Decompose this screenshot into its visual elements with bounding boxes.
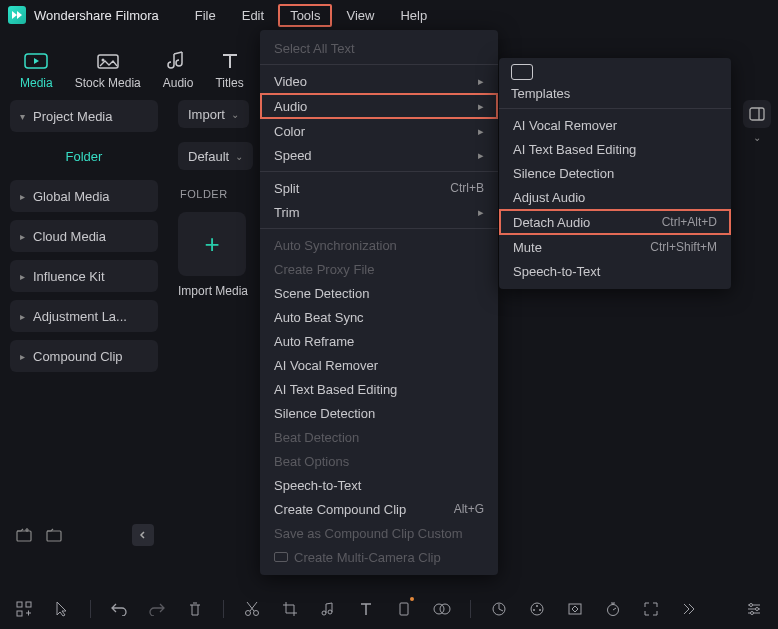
settings-icon[interactable] (744, 599, 764, 619)
menu-tools[interactable]: Tools (278, 4, 332, 27)
dropdown-label: Import (188, 107, 225, 122)
apps-icon[interactable] (14, 599, 34, 619)
svg-rect-10 (17, 611, 22, 616)
submenu-arrow-icon: ▸ (478, 125, 484, 138)
svg-point-25 (750, 604, 753, 607)
mi-audio[interactable]: Audio▸ (260, 93, 498, 119)
mi-speed[interactable]: Speed▸ (260, 143, 498, 167)
sidebar-label: Folder (66, 149, 103, 164)
mi-create-compound[interactable]: Create Compound ClipAlt+G (260, 497, 498, 521)
mi-beat-detection: Beat Detection (260, 425, 498, 449)
mi-silence-detection[interactable]: Silence Detection (260, 401, 498, 425)
svg-point-21 (533, 609, 535, 611)
tools-menu: Select All Text Video▸ Audio▸ Color▸ Spe… (260, 30, 498, 575)
sidebar-folder[interactable]: Folder (10, 140, 158, 172)
smi-silence-detection[interactable]: Silence Detection (499, 161, 731, 185)
mi-auto-beat-sync[interactable]: Auto Beat Sync (260, 305, 498, 329)
tab-audio[interactable]: Audio (163, 50, 194, 90)
caret-right-icon: ▸ (20, 271, 25, 282)
svg-rect-5 (47, 531, 61, 541)
svg-point-11 (246, 611, 251, 616)
music-icon[interactable] (318, 599, 338, 619)
sidebar-label: Cloud Media (33, 229, 106, 244)
svg-rect-4 (17, 531, 31, 541)
mi-multicam: Create Multi-Camera Clip (260, 545, 498, 569)
svg-point-19 (531, 603, 543, 615)
sidebar-adjustment-layer[interactable]: ▸Adjustment La... (10, 300, 158, 332)
tab-label: Media (20, 76, 53, 90)
cursor-icon[interactable] (52, 599, 72, 619)
svg-rect-6 (750, 108, 764, 120)
mi-split[interactable]: SplitCtrl+B (260, 176, 498, 200)
svg-point-12 (254, 611, 259, 616)
menu-view[interactable]: View (334, 4, 386, 27)
svg-point-14 (328, 610, 332, 614)
delete-icon[interactable] (185, 599, 205, 619)
plus-icon: + (204, 229, 219, 260)
expand-icon[interactable] (641, 599, 661, 619)
smi-detach-audio[interactable]: Detach AudioCtrl+Alt+D (499, 209, 731, 235)
svg-rect-15 (400, 603, 408, 615)
dropdown-label: Default (188, 149, 229, 164)
mi-select-all-text: Select All Text (260, 36, 498, 60)
caret-down-icon: ⌄ (753, 132, 761, 143)
smi-adjust-audio[interactable]: Adjust Audio (499, 185, 731, 209)
svg-point-20 (536, 605, 538, 607)
marker-icon[interactable] (394, 599, 414, 619)
mi-video[interactable]: Video▸ (260, 69, 498, 93)
tab-stock-media[interactable]: Stock Media (75, 50, 141, 90)
undo-icon[interactable] (109, 599, 129, 619)
redo-icon[interactable] (147, 599, 167, 619)
menu-edit[interactable]: Edit (230, 4, 276, 27)
mi-color[interactable]: Color▸ (260, 119, 498, 143)
sidebar-compound-clip[interactable]: ▸Compound Clip (10, 340, 158, 372)
sidebar-cloud-media[interactable]: ▸Cloud Media (10, 220, 158, 252)
tab-titles[interactable]: Titles (215, 50, 243, 90)
mi-ai-vocal-remover[interactable]: AI Vocal Remover (260, 353, 498, 377)
submenu-arrow-icon: ▸ (478, 75, 484, 88)
sort-dropdown[interactable]: Default⌄ (178, 142, 253, 170)
render-icon[interactable] (679, 599, 699, 619)
import-dropdown[interactable]: Import⌄ (178, 100, 249, 128)
menu-help[interactable]: Help (388, 4, 439, 27)
mi-speech-to-text[interactable]: Speech-to-Text (260, 473, 498, 497)
caret-down-icon: ⌄ (235, 151, 243, 162)
submenu-arrow-icon: ▸ (478, 206, 484, 219)
svg-rect-9 (26, 602, 31, 607)
timer-icon[interactable] (603, 599, 623, 619)
caret-right-icon: ▸ (20, 311, 25, 322)
templates-label: Templates (511, 86, 570, 101)
mi-scene-detection[interactable]: Scene Detection (260, 281, 498, 305)
mi-auto-reframe[interactable]: Auto Reframe (260, 329, 498, 353)
app-logo-icon (8, 6, 26, 24)
smi-ai-text-editing[interactable]: AI Text Based Editing (499, 137, 731, 161)
folder-icon[interactable] (44, 525, 64, 545)
sidebar-project-media[interactable]: ▾Project Media (10, 100, 158, 132)
titles-icon (217, 50, 243, 72)
sidebar-label: Adjustment La... (33, 309, 127, 324)
cut-icon[interactable] (242, 599, 262, 619)
svg-rect-2 (98, 55, 118, 68)
menu-file[interactable]: File (183, 4, 228, 27)
speed-icon[interactable] (489, 599, 509, 619)
smi-ai-vocal-remover[interactable]: AI Vocal Remover (499, 113, 731, 137)
effects-icon[interactable] (432, 599, 452, 619)
sidebar-label: Global Media (33, 189, 110, 204)
keyframe-icon[interactable] (565, 599, 585, 619)
text-icon[interactable] (356, 599, 376, 619)
new-bin-icon[interactable] (14, 525, 34, 545)
tab-media[interactable]: Media (20, 50, 53, 90)
mi-beat-options: Beat Options (260, 449, 498, 473)
sidebar-influence-kit[interactable]: ▸Influence Kit (10, 260, 158, 292)
color-icon[interactable] (527, 599, 547, 619)
sidebar-global-media[interactable]: ▸Global Media (10, 180, 158, 212)
mi-ai-text-editing[interactable]: AI Text Based Editing (260, 377, 498, 401)
smi-speech-to-text[interactable]: Speech-to-Text (499, 259, 731, 283)
mi-trim[interactable]: Trim▸ (260, 200, 498, 224)
svg-marker-1 (34, 58, 39, 64)
smi-mute[interactable]: MuteCtrl+Shift+M (499, 235, 731, 259)
right-panel-toggle[interactable] (743, 100, 771, 128)
import-media-tile[interactable]: + (178, 212, 246, 276)
collapse-sidebar-icon[interactable] (132, 524, 154, 546)
crop-icon[interactable] (280, 599, 300, 619)
